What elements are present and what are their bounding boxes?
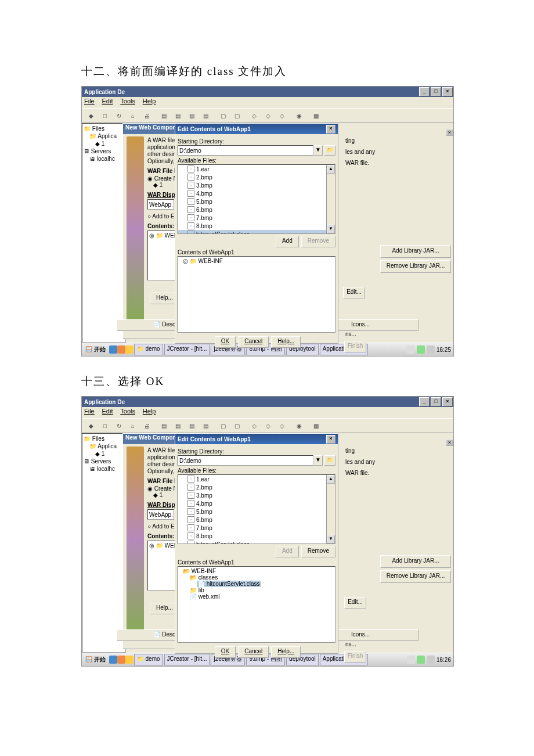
screenshot-1: Application De _□× File Edit Tools Help … xyxy=(81,86,454,357)
menu-edit[interactable]: Edit xyxy=(102,408,113,415)
cancel-button[interactable]: Cancel xyxy=(238,646,269,658)
menu-bar: File Edit Tools Help xyxy=(82,97,453,108)
tree-item: ◆ 1 xyxy=(84,140,124,147)
doc-heading-13: 十三、选择 OK xyxy=(81,374,453,389)
help-button[interactable]: Help... xyxy=(271,646,301,658)
contents-label: Contents of WebApp1 xyxy=(178,249,335,255)
menu-edit[interactable]: Edit xyxy=(102,98,113,105)
maximize-button[interactable]: □ xyxy=(431,87,441,96)
doc-heading-12: 十二、将前面编译好的 class 文件加入 xyxy=(81,64,453,79)
screenshot-2: Application De _□× File Edit Tools Help … xyxy=(81,396,454,667)
minimize-button[interactable]: _ xyxy=(419,87,430,96)
toolbar-button[interactable]: ▤ xyxy=(172,109,185,122)
war-display-input[interactable] xyxy=(147,199,174,210)
menu-file[interactable]: File xyxy=(84,98,95,105)
toolbar-button[interactable]: ▢ xyxy=(230,109,243,122)
edit-button[interactable]: Edit... xyxy=(343,287,365,298)
close-button[interactable]: × xyxy=(442,87,453,96)
available-files-label: Available Files: xyxy=(178,157,335,164)
tree-item: 🖥 localhc xyxy=(84,155,124,163)
toolbar-button[interactable]: ◆ xyxy=(85,109,98,122)
add-button[interactable]: Add xyxy=(276,236,299,247)
minimize-button[interactable]: _ xyxy=(419,397,430,406)
toolbar-button[interactable]: ◇ xyxy=(276,109,288,122)
app-title: Application De xyxy=(84,89,125,95)
contents-list[interactable]: ◎ 📁 WEB-INF xyxy=(178,256,335,333)
dialog-title: Edit Contents of WebApp1 xyxy=(178,126,251,132)
available-files-list[interactable]: ▲▼ ▫1.ear ▫2.bmp ▫3.bmp ▫4.bmp ▫5.bmp ▫6… xyxy=(178,164,335,234)
toolbar-button[interactable]: □ xyxy=(99,109,111,122)
browse-button[interactable]: 📁 xyxy=(324,145,335,156)
title-bar: Application De _□× xyxy=(82,87,453,97)
close-icon[interactable]: × xyxy=(446,129,453,136)
cancel-button[interactable]: Cancel xyxy=(238,336,269,348)
scrollbar[interactable]: ▲▼ xyxy=(326,165,335,233)
starting-dir-label: Starting Directory: xyxy=(178,138,335,145)
dialog-close-button[interactable]: × xyxy=(326,125,335,134)
quick-launch-icon[interactable] xyxy=(125,345,134,354)
finish-button: Finish xyxy=(344,341,366,352)
ok-button[interactable]: OK xyxy=(215,646,236,658)
tree-item: 📁 Applica xyxy=(84,132,124,140)
help-button[interactable]: Help... xyxy=(271,336,301,348)
dialog-close-button[interactable]: × xyxy=(326,435,335,444)
toolbar-button[interactable]: 🖨 xyxy=(140,109,153,122)
wizard-splash-image xyxy=(127,136,144,322)
remove-library-button[interactable]: Remove Library JAR... xyxy=(380,260,451,273)
toolbar-button[interactable]: ▤ xyxy=(186,109,199,122)
toolbar-button[interactable]: ⌂ xyxy=(127,109,139,122)
menu-help[interactable]: Help xyxy=(143,98,156,105)
tree-panel[interactable]: 📁 Files 📁 Applica ◆ 1 🖥 Servers 🖥 localh… xyxy=(82,123,126,343)
starting-dir-input[interactable] xyxy=(178,145,313,156)
toolbar-button[interactable]: ◉ xyxy=(293,109,305,122)
edit-contents-dialog: Edit Contents of WebApp1× Starting Direc… xyxy=(175,433,338,654)
remove-button: Remove xyxy=(301,236,335,247)
start-button[interactable]: 🪟 开始 xyxy=(82,345,109,354)
tree-item: 📁 Files xyxy=(84,125,124,132)
remove-button[interactable]: Remove xyxy=(301,546,335,557)
tree-item: 🖥 Servers xyxy=(84,147,124,155)
toolbar-button[interactable]: ↻ xyxy=(113,109,125,122)
toolbar-button[interactable]: ▦ xyxy=(310,109,323,122)
ok-button[interactable]: OK xyxy=(215,336,236,348)
toolbar-button[interactable]: ◇ xyxy=(248,109,261,122)
close-button[interactable]: × xyxy=(442,397,453,406)
quick-launch-icon[interactable] xyxy=(109,345,117,354)
tree-panel[interactable]: 📁 Files 📁 Applica ◆ 1 🖥 Servers 🖥 localh… xyxy=(82,433,126,653)
toolbar-button[interactable]: ◇ xyxy=(262,109,275,122)
add-library-button[interactable]: Add Library JAR... xyxy=(380,245,451,258)
quick-launch-icon[interactable] xyxy=(117,345,125,354)
contents-list[interactable]: 📂 WEB-INF 📂 classes 📄 hitcountServlet.cl… xyxy=(178,566,335,643)
toolbar: ◆□↻⌂🖨 ▤▤▤▤ ▢▢ ◇◇◇ ◉ ▦ xyxy=(82,108,453,123)
menu-help[interactable]: Help xyxy=(143,408,156,415)
edit-contents-dialog: Edit Contents of WebApp1× Starting Direc… xyxy=(175,123,338,344)
maximize-button[interactable]: □ xyxy=(431,397,441,406)
menu-tools[interactable]: Tools xyxy=(120,408,135,415)
add-button: Add xyxy=(276,546,299,557)
menu-tools[interactable]: Tools xyxy=(120,98,135,105)
file-selected: ▫hitcountServlet.class xyxy=(178,230,335,234)
taskbar-item[interactable]: 📁 demo xyxy=(134,344,163,355)
dropdown-button[interactable]: ▼ xyxy=(313,145,323,156)
toolbar-button[interactable]: ▢ xyxy=(217,109,229,122)
toolbar-button[interactable]: ▤ xyxy=(200,109,212,122)
app-title: Application De xyxy=(84,399,125,405)
menu-file[interactable]: File xyxy=(84,408,95,415)
toolbar-button[interactable]: ▤ xyxy=(158,109,171,122)
